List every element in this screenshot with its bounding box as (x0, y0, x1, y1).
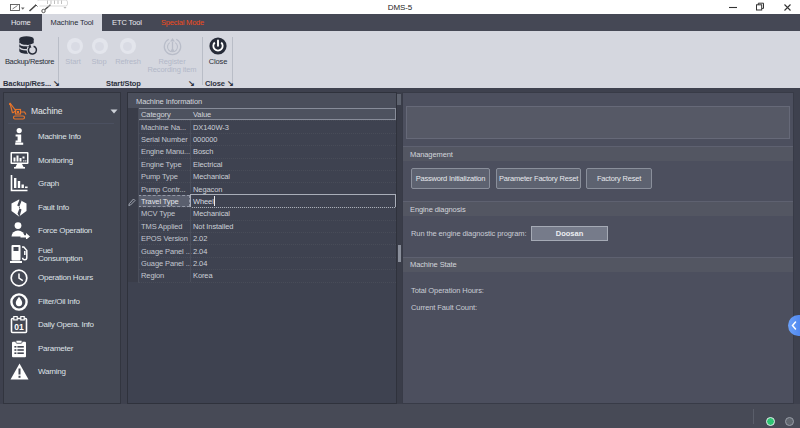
svg-text:01: 01 (14, 322, 24, 332)
